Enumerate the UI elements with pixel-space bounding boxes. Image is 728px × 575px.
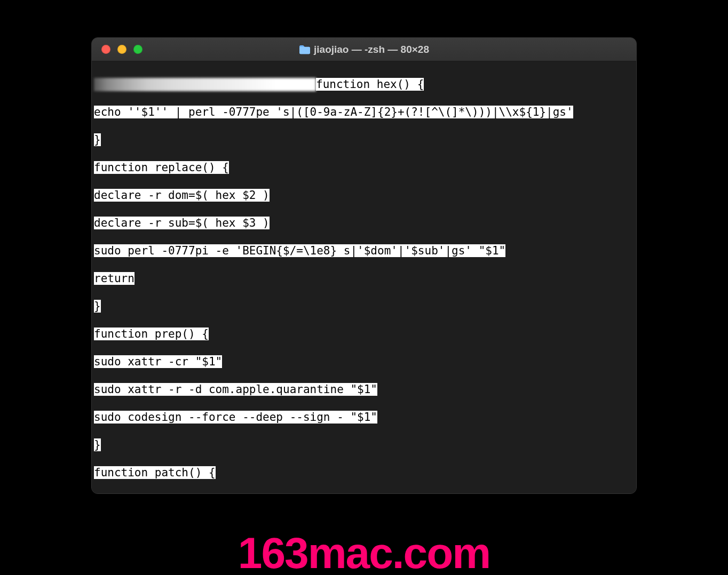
folder-icon	[299, 45, 311, 54]
code-line: function patch() {	[94, 466, 216, 479]
title-bar[interactable]: jiaojiao — -zsh — 80×28	[92, 38, 636, 61]
code-line: sudo xattr -cr "$1"	[94, 355, 222, 368]
code-line: declare -r dom=$( hex $2 )	[94, 189, 270, 202]
traffic-lights	[101, 45, 143, 54]
close-button[interactable]	[101, 45, 110, 54]
code-line: }	[94, 300, 101, 313]
minimize-button[interactable]	[117, 45, 126, 54]
zoom-button[interactable]	[133, 45, 143, 54]
code-line: sudo codesign --force --deep --sign - "$…	[94, 411, 377, 424]
window-title: jiaojiao — -zsh — 80×28	[314, 44, 429, 55]
code-line: echo ''$1'' | perl -0777pe 's|([0-9a-zA-…	[94, 106, 573, 118]
code-line: declare -r sub=$( hex $3 )	[94, 217, 270, 229]
code-line: return	[94, 272, 134, 285]
code-line: function hex() {	[316, 78, 424, 91]
code-line: }	[94, 438, 101, 451]
terminal-window: jiaojiao — -zsh — 80×28 function hex() {…	[91, 37, 637, 494]
watermark-text: 163mac.com	[238, 531, 490, 575]
code-line: function replace() {	[94, 161, 229, 174]
code-line: }	[94, 133, 101, 146]
code-line: sudo perl -0777pi -e 'BEGIN{$/=\1e8} s|'…	[94, 244, 505, 257]
code-line: sudo xattr -r -d com.apple.quarantine "$…	[94, 383, 377, 396]
terminal-body[interactable]: function hex() { echo ''$1'' | perl -077…	[92, 61, 636, 494]
code-line: function prep() {	[94, 328, 209, 340]
window-title-wrap: jiaojiao — -zsh — 80×28	[92, 44, 636, 55]
prompt-blur	[94, 78, 316, 91]
